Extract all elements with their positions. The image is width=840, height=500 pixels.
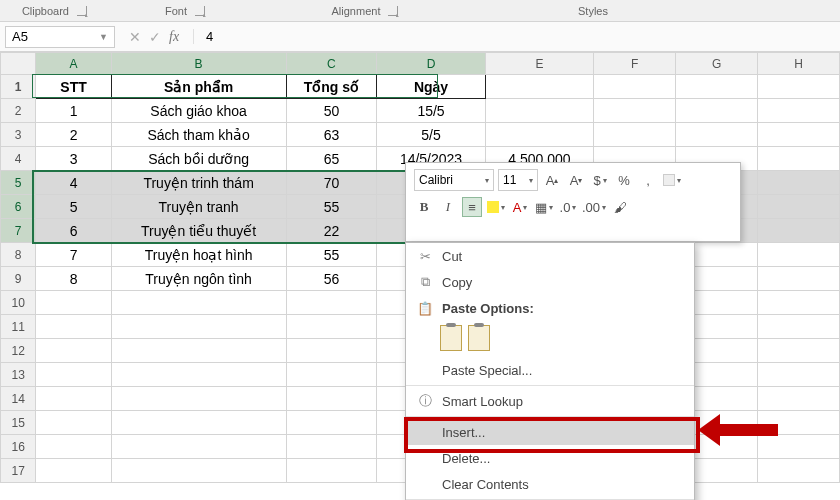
percent-format-icon[interactable]: % xyxy=(614,170,634,190)
formula-input[interactable]: 4 xyxy=(193,29,840,44)
menu-cut[interactable]: ✂ Cut xyxy=(406,243,694,269)
cell[interactable]: 5/5 xyxy=(377,123,485,147)
fx-icon[interactable]: fx xyxy=(169,29,179,45)
cell[interactable] xyxy=(758,99,840,123)
row-header[interactable]: 14 xyxy=(1,387,36,411)
cell[interactable] xyxy=(758,195,840,219)
cell[interactable]: 6 xyxy=(36,219,111,243)
cell-styles-icon[interactable] xyxy=(662,170,682,190)
cell[interactable] xyxy=(758,459,840,483)
row-header[interactable]: 17 xyxy=(1,459,36,483)
cell[interactable] xyxy=(111,387,286,411)
cell[interactable] xyxy=(36,363,111,387)
cell[interactable]: 5 xyxy=(36,195,111,219)
cell[interactable] xyxy=(676,123,758,147)
menu-delete[interactable]: Delete... xyxy=(406,445,694,471)
cell[interactable] xyxy=(758,339,840,363)
cell[interactable] xyxy=(758,243,840,267)
row-header[interactable]: 3 xyxy=(1,123,36,147)
font-color-icon[interactable]: A xyxy=(510,197,530,217)
cell[interactable]: 15/5 xyxy=(377,99,485,123)
cell[interactable] xyxy=(286,435,377,459)
cell[interactable] xyxy=(111,435,286,459)
cell[interactable]: 65 xyxy=(286,147,377,171)
bold-button[interactable]: B xyxy=(414,197,434,217)
cell[interactable]: Sách giáo khoa xyxy=(111,99,286,123)
italic-button[interactable]: I xyxy=(438,197,458,217)
cell[interactable]: 50 xyxy=(286,99,377,123)
menu-copy[interactable]: ⧉ Copy xyxy=(406,269,694,295)
row-header[interactable]: 5 xyxy=(1,171,36,195)
cell[interactable] xyxy=(758,75,840,99)
cell[interactable] xyxy=(111,363,286,387)
select-all-corner[interactable] xyxy=(1,53,36,75)
cell[interactable]: Sách tham khảo xyxy=(111,123,286,147)
cell[interactable] xyxy=(286,315,377,339)
clipboard-dialog-launcher-icon[interactable] xyxy=(77,6,87,16)
cell[interactable]: 63 xyxy=(286,123,377,147)
cell[interactable] xyxy=(111,459,286,483)
cell[interactable]: 2 xyxy=(36,123,111,147)
cell[interactable] xyxy=(36,435,111,459)
cancel-icon[interactable]: ✕ xyxy=(129,29,141,45)
row-header[interactable]: 15 xyxy=(1,411,36,435)
cell[interactable]: Truyện hoạt hình xyxy=(111,243,286,267)
increase-decimal-icon[interactable]: .00 xyxy=(582,197,606,217)
cell[interactable] xyxy=(111,291,286,315)
cell[interactable]: 8 xyxy=(36,267,111,291)
cell[interactable] xyxy=(485,123,593,147)
cell[interactable]: 56 xyxy=(286,267,377,291)
align-center-icon[interactable]: ≡ xyxy=(462,197,482,217)
menu-paste-special[interactable]: Paste Special... xyxy=(406,357,694,383)
cell[interactable] xyxy=(36,387,111,411)
cell[interactable] xyxy=(676,99,758,123)
row-header[interactable]: 2 xyxy=(1,99,36,123)
font-size-select[interactable]: 11▾ xyxy=(498,169,538,191)
decrease-decimal-icon[interactable]: .0 xyxy=(558,197,578,217)
cell[interactable] xyxy=(758,267,840,291)
cell[interactable] xyxy=(758,123,840,147)
cell[interactable]: 3 xyxy=(36,147,111,171)
name-box-dropdown-icon[interactable]: ▼ xyxy=(99,32,108,42)
row-header[interactable]: 8 xyxy=(1,243,36,267)
cell[interactable] xyxy=(286,459,377,483)
paste-option-values[interactable] xyxy=(468,325,490,351)
cell[interactable] xyxy=(36,291,111,315)
col-header[interactable]: C xyxy=(286,53,377,75)
cell[interactable] xyxy=(594,75,676,99)
accounting-format-icon[interactable]: $ xyxy=(590,170,610,190)
cell[interactable] xyxy=(111,315,286,339)
cell[interactable] xyxy=(758,171,840,195)
col-header[interactable]: A xyxy=(36,53,111,75)
row-header[interactable]: 11 xyxy=(1,315,36,339)
comma-format-icon[interactable]: , xyxy=(638,170,658,190)
decrease-font-icon[interactable]: A▾ xyxy=(566,170,586,190)
cell[interactable] xyxy=(758,387,840,411)
cell[interactable] xyxy=(758,315,840,339)
cell[interactable]: Truyện ngôn tình xyxy=(111,267,286,291)
name-box[interactable]: A5 ▼ xyxy=(5,26,115,48)
row-header[interactable]: 6 xyxy=(1,195,36,219)
cell[interactable] xyxy=(594,99,676,123)
cell[interactable]: Ngày xyxy=(377,75,485,99)
paste-option-default[interactable] xyxy=(440,325,462,351)
row-header[interactable]: 7 xyxy=(1,219,36,243)
cell[interactable] xyxy=(36,315,111,339)
cell[interactable] xyxy=(36,339,111,363)
cell[interactable]: 4 xyxy=(36,171,111,195)
cell[interactable] xyxy=(594,123,676,147)
borders-icon[interactable]: ▦ xyxy=(534,197,554,217)
cell[interactable] xyxy=(286,363,377,387)
col-header[interactable]: B xyxy=(111,53,286,75)
cell[interactable]: 55 xyxy=(286,195,377,219)
cell[interactable] xyxy=(758,291,840,315)
col-header[interactable]: E xyxy=(485,53,593,75)
cell[interactable] xyxy=(286,339,377,363)
cell[interactable] xyxy=(286,291,377,315)
col-header[interactable]: F xyxy=(594,53,676,75)
cell[interactable] xyxy=(111,411,286,435)
cell[interactable] xyxy=(485,75,593,99)
col-header[interactable]: H xyxy=(758,53,840,75)
cell[interactable] xyxy=(758,147,840,171)
row-header[interactable]: 10 xyxy=(1,291,36,315)
